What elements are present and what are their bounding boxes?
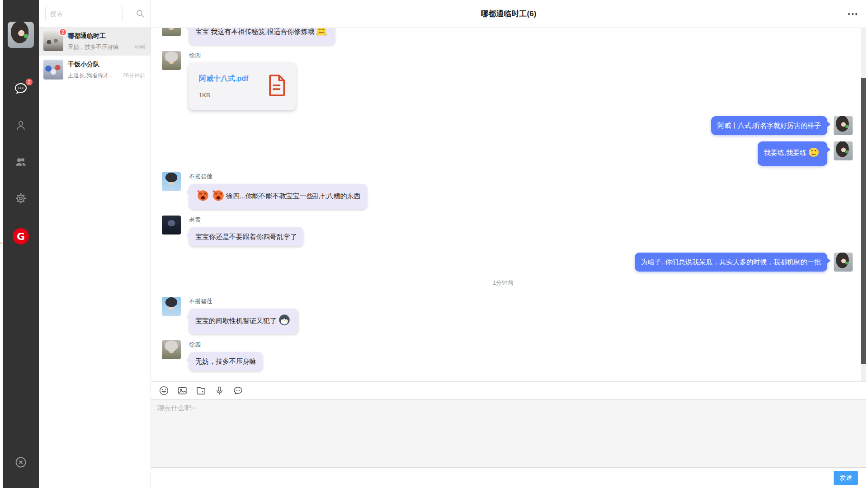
send-row: 发送	[151, 468, 866, 488]
message-outgoing: 我要练,我要练	[162, 141, 866, 166]
nav-chats-button[interactable]: 2	[13, 81, 29, 98]
current-user-avatar[interactable]	[8, 22, 34, 48]
sender-name: 徐四	[189, 341, 263, 349]
message-bubble: 宝宝 我这有本祖传秘笈,很适合你修炼哦	[189, 28, 335, 45]
sender-avatar[interactable]	[162, 340, 181, 359]
message-bubble: 我要练,我要练	[758, 141, 827, 166]
chat-list-item-ganfan[interactable]: 干饭小分队 王道长,我看你才... 26分钟前	[39, 56, 151, 84]
sender-avatar[interactable]	[162, 216, 181, 235]
chat-list-panel: 2 哪都通临时工 无妨，技多不压身嘛 刚刚 干饭小分队 王道长,我看你才... …	[39, 0, 151, 488]
chat-time: 刚刚	[134, 43, 145, 51]
file-attachment-card[interactable]: 阿威十八式.pdf 1KB	[189, 63, 296, 110]
sender-name: 徐四	[189, 52, 296, 60]
message-file: 徐四 阿威十八式.pdf 1KB	[162, 51, 866, 110]
file-name-link[interactable]: 阿威十八式.pdf	[199, 74, 266, 84]
enraged-face-emoji	[212, 188, 225, 205]
message-bubble: 为啥子..你们总说我呆瓜，其实大多的时候，我都机制的一批	[635, 253, 827, 272]
enraged-face-emoji	[196, 188, 210, 205]
self-avatar[interactable]	[834, 116, 853, 135]
message-incoming: 不摇碧莲 宝宝的间歇性机智证又犯了	[162, 297, 866, 334]
melting-face-emoji	[807, 146, 820, 161]
collapse-panel-arrow[interactable]: ›	[0, 239, 4, 247]
nav-app-logo[interactable]: G	[13, 228, 29, 244]
search-row	[39, 0, 151, 27]
chat-preview: 无妨，技多不压身嘛	[68, 43, 132, 51]
self-avatar[interactable]	[834, 253, 853, 272]
sender-avatar[interactable]	[162, 297, 181, 316]
group-people-icon	[14, 155, 28, 170]
sender-name: 不摇碧莲	[189, 173, 367, 181]
conversation-title: 哪都通临时工(6)	[481, 9, 537, 19]
message-incoming: 不摇碧莲 徐四...你能不能不教宝宝一些乱七八糟的东西	[162, 172, 866, 209]
search-input[interactable]	[45, 6, 123, 21]
pdf-document-icon	[266, 74, 286, 99]
nav-logout-button[interactable]	[13, 455, 29, 471]
message-bubble: 宝宝的间歇性机智证又犯了	[189, 309, 298, 334]
message-outgoing: 阿威十八式,听名字就好厉害的样子	[162, 116, 866, 135]
nav-settings-button[interactable]	[13, 191, 29, 207]
message-list: 宝宝 我这有本祖传秘笈,很适合你修炼哦 徐四 阿威十八式.pdf 1KB	[151, 28, 866, 381]
emoji-picker-icon[interactable]	[158, 385, 169, 396]
sender-name: 老孟	[189, 216, 303, 224]
chat-application-window: 2 G ›	[0, 0, 868, 488]
sender-avatar[interactable]	[162, 172, 181, 191]
message-bubble: 徐四...你能不能不教宝宝一些乱七八糟的东西	[189, 184, 367, 209]
unread-count-badge: 2	[25, 78, 33, 86]
conversation-panel: 哪都通临时工(6) 宝宝 我这有本祖传秘笈,很适合你修炼哦 徐四	[151, 0, 866, 488]
g-logo-icon: G	[13, 228, 29, 244]
nav-rail: 2 G	[3, 0, 39, 488]
composer-area	[151, 399, 866, 468]
microphone-icon[interactable]	[214, 385, 225, 396]
composer-toolbar	[151, 381, 866, 399]
chat-preview: 王道长,我看你才...	[68, 72, 121, 80]
message-input[interactable]	[151, 399, 866, 467]
message-bubble: 无妨，技多不压身嘛	[189, 352, 263, 371]
chat-title: 干饭小分队	[68, 61, 145, 69]
scrollbar-track[interactable]	[861, 28, 866, 381]
scrollbar-thumb[interactable]	[861, 78, 866, 364]
message-bubble: 阿威十八式,听名字就好厉害的样子	[711, 116, 827, 135]
nav-contacts-button[interactable]	[13, 118, 29, 134]
group-avatar	[43, 60, 63, 80]
sender-avatar[interactable]	[162, 28, 181, 36]
close-circle-icon	[14, 455, 28, 471]
more-options-icon[interactable]	[847, 10, 858, 18]
image-upload-icon[interactable]	[177, 385, 188, 396]
chat-list-item-nadutong[interactable]: 2 哪都通临时工 无妨，技多不压身嘛 刚刚	[39, 27, 151, 56]
sender-name: 不摇碧莲	[189, 297, 298, 305]
message-outgoing: 为啥子..你们总说我呆瓜，其实大多的时候，我都机制的一批	[162, 253, 866, 272]
message-incoming: 老孟 宝宝你还是不要跟着你四哥乱学了	[162, 216, 866, 246]
send-button[interactable]: 发送	[834, 471, 858, 485]
message-bubble: 宝宝你还是不要跟着你四哥乱学了	[189, 227, 303, 246]
chat-time: 26分钟前	[123, 72, 145, 80]
self-avatar[interactable]	[834, 141, 853, 160]
file-size: 1KB	[199, 92, 266, 99]
hugging-face-emoji	[315, 28, 328, 40]
penguin-emoji	[278, 313, 291, 329]
unread-badge: 2	[59, 28, 67, 36]
time-divider: 1分钟前	[162, 279, 844, 287]
search-icon[interactable]	[135, 9, 145, 19]
file-folder-icon[interactable]	[195, 385, 206, 396]
message-incoming: 徐四 无妨，技多不压身嘛	[162, 340, 866, 371]
gear-icon	[14, 192, 27, 206]
person-icon	[14, 119, 27, 133]
conversation-header: 哪都通临时工(6)	[151, 0, 866, 28]
chat-title: 哪都通临时工	[68, 32, 145, 40]
chat-history-icon[interactable]	[232, 385, 243, 396]
message-incoming: 宝宝 我这有本祖传秘笈,很适合你修炼哦	[162, 28, 866, 45]
group-avatar: 2	[43, 31, 63, 51]
nav-groups-button[interactable]	[13, 155, 29, 171]
sender-avatar[interactable]	[162, 51, 181, 70]
